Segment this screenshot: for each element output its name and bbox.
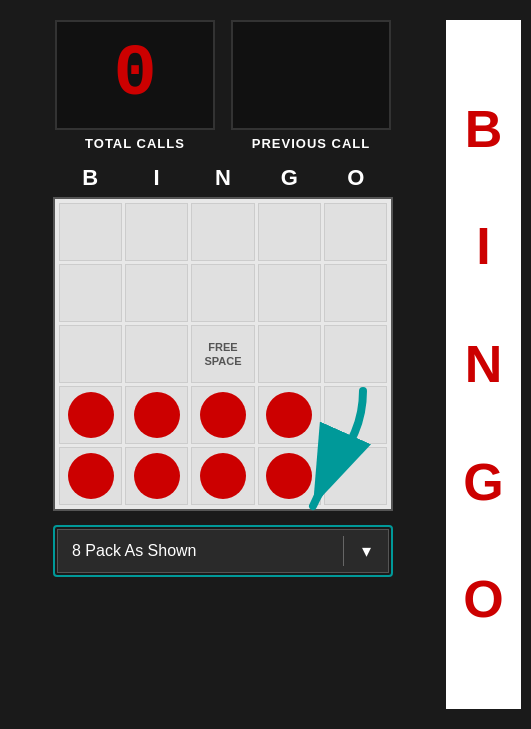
cell-0-0[interactable] [59,203,122,261]
dot-4-1 [134,453,180,499]
letter-n: N [191,165,255,191]
letter-b: B [58,165,122,191]
cell-1-0[interactable] [59,264,122,322]
cell-4-1[interactable] [125,447,188,505]
dropdown-chevron-icon[interactable]: ▾ [344,540,388,562]
cell-1-3[interactable] [258,264,321,322]
cell-1-2[interactable] [191,264,254,322]
dot-3-1 [134,392,180,438]
cell-0-4[interactable] [324,203,387,261]
cell-0-1[interactable] [125,203,188,261]
sidebar-letter-i: I [476,218,490,275]
total-calls-display: 0 [55,20,215,130]
total-calls-box: 0 TOTAL CALLS [55,20,215,151]
dropdown-container[interactable]: 8 Pack As Shown ▾ [53,525,393,577]
cell-3-2[interactable] [191,386,254,444]
sidebar-letter-o: O [463,571,503,628]
cell-1-1[interactable] [125,264,188,322]
main-content: 0 TOTAL CALLS PREVIOUS CALL B I N G O [0,0,531,729]
sidebar-letter-n: N [465,336,503,393]
cell-0-3[interactable] [258,203,321,261]
sidebar-letter-b: B [465,101,503,158]
letter-o: O [324,165,388,191]
bingo-letters-row: B I N G O [53,165,393,191]
dot-4-2 [200,453,246,499]
cell-2-4[interactable] [324,325,387,383]
cell-2-0[interactable] [59,325,122,383]
cell-0-2[interactable] [191,203,254,261]
cell-free-space: FREESPACE [191,325,254,383]
cell-3-1[interactable] [125,386,188,444]
cell-2-3[interactable] [258,325,321,383]
cell-4-0[interactable] [59,447,122,505]
cell-1-4[interactable] [324,264,387,322]
cell-2-1[interactable] [125,325,188,383]
letter-i: I [125,165,189,191]
left-panel: 0 TOTAL CALLS PREVIOUS CALL B I N G O [0,0,446,729]
cell-4-2[interactable] [191,447,254,505]
sidebar-letter-g: G [463,454,503,511]
dot-3-2 [200,392,246,438]
previous-call-box: PREVIOUS CALL [231,20,391,151]
score-row: 0 TOTAL CALLS PREVIOUS CALL [55,20,391,151]
bingo-sidebar: B I N G O [446,20,521,709]
free-space-text: FREESPACE [204,340,241,369]
previous-call-display [231,20,391,130]
cell-3-0[interactable] [59,386,122,444]
total-calls-value: 0 [113,39,156,111]
arrow-icon [283,381,383,521]
total-calls-label: TOTAL CALLS [85,136,185,151]
letter-g: G [257,165,321,191]
dot-3-0 [68,392,114,438]
dropdown-label: 8 Pack As Shown [58,542,343,560]
dot-4-0 [68,453,114,499]
previous-call-label: PREVIOUS CALL [252,136,370,151]
dropdown-inner[interactable]: 8 Pack As Shown ▾ [57,529,389,573]
